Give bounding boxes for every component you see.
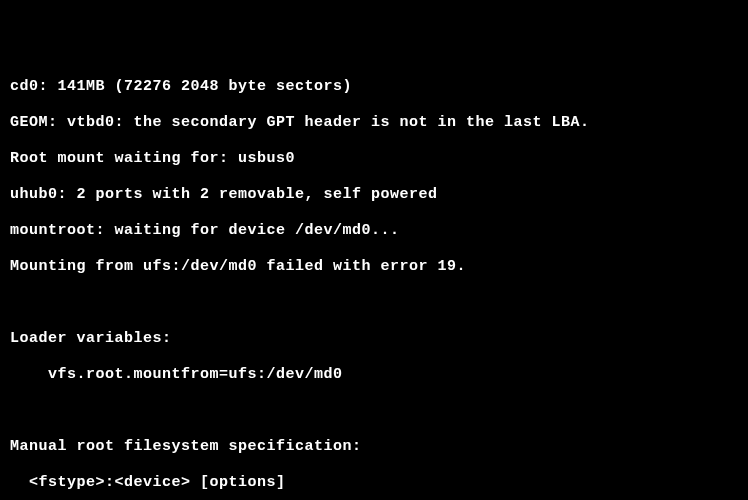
loader-header: Loader variables: [10, 330, 738, 348]
boot-line-rootmount: Root mount waiting for: usbus0 [10, 150, 738, 168]
boot-line-geom: GEOM: vtbd0: the secondary GPT header is… [10, 114, 738, 132]
boot-line-mountroot: mountroot: waiting for device /dev/md0..… [10, 222, 738, 240]
blank-line [10, 402, 738, 420]
boot-line-mountfail: Mounting from ufs:/dev/md0 failed with e… [10, 258, 738, 276]
boot-line-uhub0: uhub0: 2 ports with 2 removable, self po… [10, 186, 738, 204]
blank-line [10, 294, 738, 312]
boot-line-cd0: cd0: 141MB (72276 2048 byte sectors) [10, 78, 738, 96]
loader-var: vfs.root.mountfrom=ufs:/dev/md0 [10, 366, 738, 384]
manual-header: Manual root filesystem specification: [10, 438, 738, 456]
manual-syntax: <fstype>:<device> [options] [10, 474, 738, 492]
